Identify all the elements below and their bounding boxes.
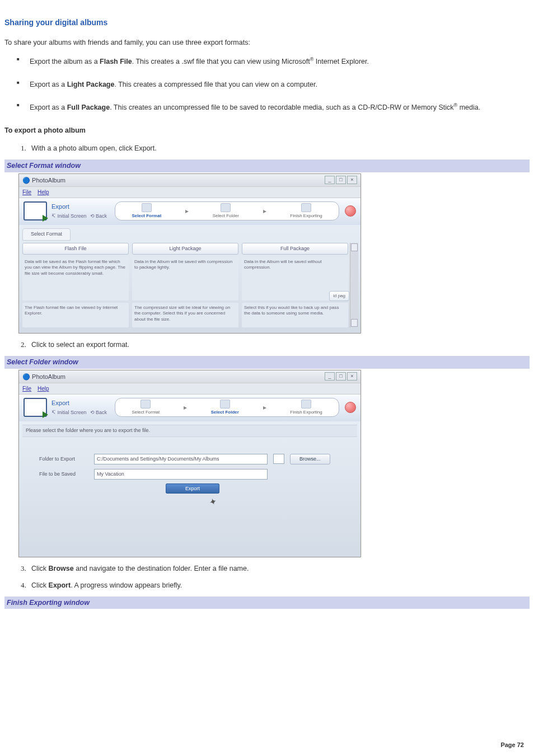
window-titlebar: 🔵 PhotoAlbum _ □ × bbox=[19, 174, 360, 187]
text: . This creates a .swf file that you can … bbox=[132, 58, 310, 65]
close-icon[interactable]: × bbox=[347, 372, 357, 381]
wizard-step-format[interactable]: Select Format bbox=[132, 400, 160, 416]
window-title: 🔵 PhotoAlbum bbox=[22, 176, 65, 185]
file-label: File to be Saved bbox=[39, 471, 88, 478]
text: and navigate to the destination folder. … bbox=[74, 565, 249, 572]
text: Click bbox=[31, 565, 49, 572]
export-title: Export bbox=[51, 202, 107, 212]
cancel-orb-icon[interactable] bbox=[345, 205, 356, 217]
scrollbar[interactable] bbox=[350, 243, 358, 328]
step-item: With a a photo album open, click Export. bbox=[28, 143, 530, 154]
light-package-button[interactable]: Light Package bbox=[132, 243, 238, 255]
text: Export the album as a bbox=[30, 58, 100, 65]
maximize-icon[interactable]: □ bbox=[336, 372, 346, 381]
wizard-step-finish[interactable]: Finish Exporting bbox=[290, 400, 322, 416]
initial-screen-link[interactable]: ↸ Initial Screen bbox=[51, 409, 87, 417]
procedure-heading: To export a photo album bbox=[4, 125, 530, 136]
window-controls: _ □ × bbox=[325, 176, 357, 184]
full-package-note: Select this if you would like to back up… bbox=[242, 303, 348, 327]
maximize-icon[interactable]: □ bbox=[336, 176, 346, 184]
wizard-steps: Select Format ▸ Select Folder ▸ Finish E… bbox=[115, 201, 339, 220]
text: . This creates an uncompressed file to b… bbox=[110, 104, 453, 112]
close-icon[interactable]: × bbox=[347, 176, 357, 184]
folder-path-input[interactable]: C:/Documents and Settings/My Documents/M… bbox=[94, 454, 268, 464]
minimize-icon[interactable]: _ bbox=[325, 176, 335, 184]
menu-bar: File Help bbox=[19, 187, 360, 198]
steps-list: Click to select an export format. bbox=[4, 339, 530, 350]
chevron-right-icon: ▸ bbox=[184, 402, 187, 412]
menu-bar: File Help bbox=[19, 383, 360, 395]
intro-text: To share your albums with friends and fa… bbox=[4, 37, 530, 48]
window-titlebar: 🔵 PhotoAlbum _ □ × bbox=[19, 370, 360, 384]
browse-button[interactable]: Browse... bbox=[290, 454, 330, 465]
cancel-orb-icon[interactable] bbox=[345, 402, 356, 413]
finish-icon bbox=[301, 400, 311, 408]
screenshot-caption: Select Folder window bbox=[4, 356, 530, 369]
light-package-desc: Data in the Album will be saved with com… bbox=[132, 257, 238, 300]
text: Export as a bbox=[30, 81, 67, 88]
flash-file-button[interactable]: Flash File bbox=[22, 243, 129, 255]
screenshot-caption: Finish Exporting window bbox=[4, 597, 530, 609]
export-title: Export bbox=[51, 398, 107, 408]
initial-screen-link[interactable]: ↸ Initial Screen bbox=[51, 213, 87, 220]
step-text: Click to select an export format. bbox=[31, 341, 129, 349]
wizard-step-folder[interactable]: Select Folder bbox=[213, 203, 239, 219]
bold: Full Package bbox=[67, 104, 110, 112]
menu-file[interactable]: File bbox=[22, 189, 31, 195]
folder-icon bbox=[220, 400, 230, 408]
menu-help[interactable]: Help bbox=[38, 386, 49, 392]
bold: Light Package bbox=[67, 81, 115, 88]
wizard-step-finish[interactable]: Finish Exporting bbox=[290, 203, 322, 219]
step-item: Click Export. A progress window appears … bbox=[28, 580, 530, 591]
folder-row: Folder to Export C:/Documents and Settin… bbox=[39, 454, 346, 465]
text: Export as a bbox=[30, 104, 67, 112]
page-title: Sharing your digital albums bbox=[4, 17, 530, 29]
full-package-button[interactable]: Full Package bbox=[242, 243, 348, 255]
select-format-window: 🔵 PhotoAlbum _ □ × File Help Export ↸ In… bbox=[18, 173, 361, 334]
export-format-list: Export the album as a Flash File. This c… bbox=[4, 56, 530, 114]
cursor-icon: ✦ bbox=[208, 495, 219, 510]
file-name-input[interactable]: My Vacation bbox=[94, 469, 268, 480]
list-item: Export as a Light Package. This creates … bbox=[4, 79, 530, 90]
folder-icon bbox=[221, 203, 231, 212]
step-item: Click Browse and navigate to the destina… bbox=[28, 563, 530, 574]
list-item: Export the album as a Flash File. This c… bbox=[4, 56, 530, 67]
text: . A progress window appears briefly. bbox=[71, 581, 182, 589]
window-controls: _ □ × bbox=[325, 372, 357, 381]
screenshot-caption: Select Format window bbox=[4, 159, 530, 172]
back-link[interactable]: ⟲ Back bbox=[90, 213, 107, 220]
menu-file[interactable]: File bbox=[22, 386, 31, 392]
export-button[interactable]: Export bbox=[166, 483, 219, 494]
window-title: 🔵 PhotoAlbum bbox=[22, 372, 65, 382]
minimize-icon[interactable]: _ bbox=[325, 372, 335, 381]
menu-help[interactable]: Help bbox=[38, 189, 49, 195]
panel-tab: Select Format bbox=[22, 228, 71, 241]
bold: Browse bbox=[49, 565, 74, 572]
format-icon bbox=[140, 400, 151, 408]
folder-picker-icon[interactable] bbox=[273, 454, 284, 464]
bold: Flash File bbox=[100, 58, 132, 65]
wizard-header: Export ↸ Initial Screen ⟲ Back Select Fo… bbox=[19, 198, 360, 225]
folder-label: Folder to Export bbox=[39, 456, 88, 463]
step-text: With a a photo album open, click Export. bbox=[31, 144, 157, 152]
chevron-right-icon: ▸ bbox=[185, 206, 189, 216]
wizard-steps: Select Format ▸ Select Folder ▸ Finish E… bbox=[115, 398, 339, 417]
step-item: Click to select an export format. bbox=[28, 339, 530, 350]
flash-file-note: The Flash format file can be viewed by I… bbox=[22, 303, 129, 327]
back-link[interactable]: ⟲ Back bbox=[90, 409, 107, 417]
list-item: Export as a Full Package. This creates a… bbox=[4, 102, 530, 113]
text: Internet Explorer. bbox=[313, 58, 369, 65]
chevron-right-icon: ▸ bbox=[263, 402, 266, 412]
wizard-step-format[interactable]: Select Format bbox=[132, 203, 161, 219]
text: . This creates a compressed file that yo… bbox=[114, 81, 317, 88]
wizard-info: Export ↸ Initial Screen ⟲ Back bbox=[51, 398, 107, 416]
steps-list: Click Browse and navigate to the destina… bbox=[4, 563, 530, 591]
wizard-step-folder[interactable]: Select Folder bbox=[211, 400, 239, 416]
text: Click bbox=[31, 581, 49, 589]
wizard-info: Export ↸ Initial Screen ⟲ Back bbox=[51, 202, 107, 220]
export-form: Folder to Export C:/Documents and Settin… bbox=[22, 445, 357, 527]
album-thumb-icon bbox=[24, 201, 47, 220]
chevron-right-icon: ▸ bbox=[263, 206, 266, 216]
full-package-column: Full Package Data in the Album will be s… bbox=[242, 243, 348, 328]
bold: Export bbox=[49, 581, 71, 589]
